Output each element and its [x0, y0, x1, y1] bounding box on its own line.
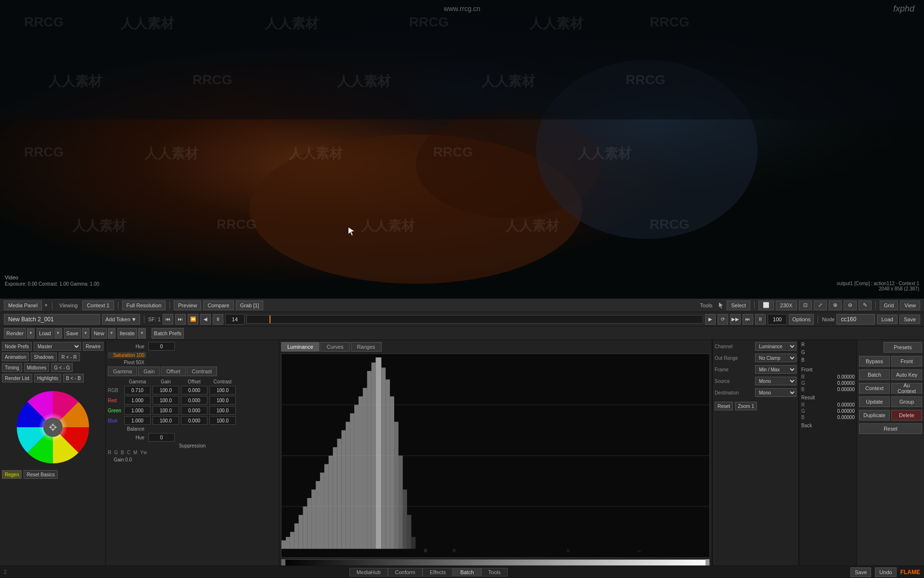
- context-button[interactable]: Context 1: [82, 301, 114, 310]
- new-arrow[interactable]: ▼: [108, 328, 116, 339]
- channel-dropdown[interactable]: Luminance: [755, 342, 796, 351]
- save-status-button[interactable]: Save: [850, 567, 871, 577]
- load-button[interactable]: Load: [877, 315, 897, 324]
- out-range-dropdown[interactable]: No Clamp: [755, 354, 796, 362]
- update-button[interactable]: Update: [859, 396, 890, 407]
- shadows-button[interactable]: Shadows: [31, 353, 56, 361]
- load-arrow[interactable]: ▼: [54, 328, 62, 339]
- end-button[interactable]: ⏭: [743, 314, 753, 325]
- iterate-arrow[interactable]: ▼: [138, 328, 146, 339]
- iterate-dropdown[interactable]: Iterate: [117, 328, 137, 339]
- add-token-button[interactable]: Add Token ▼: [102, 314, 140, 325]
- contrast-tab[interactable]: Contrast: [187, 367, 218, 376]
- rgb-contrast-input[interactable]: [209, 386, 236, 394]
- blue-offset-input[interactable]: [181, 416, 207, 425]
- grab-button[interactable]: Grab [1]: [236, 301, 264, 310]
- color-wheel[interactable]: [12, 386, 94, 468]
- batch-prefs-button[interactable]: Batch Prefs: [152, 328, 184, 339]
- load-dropdown[interactable]: Load: [37, 328, 53, 339]
- grid-button[interactable]: Grid: [880, 301, 898, 310]
- view-button[interactable]: View: [900, 301, 920, 310]
- au-context-button[interactable]: Au Context: [891, 383, 922, 394]
- new-dropdown[interactable]: New: [91, 328, 107, 339]
- duplicate-button[interactable]: Duplicate: [859, 410, 890, 420]
- curves-tab[interactable]: Curves: [321, 342, 350, 352]
- histogram-gradient-slider[interactable]: [281, 559, 710, 566]
- front-button[interactable]: Front: [891, 356, 922, 367]
- hue-value-input[interactable]: [148, 433, 175, 442]
- compare-button[interactable]: Compare: [203, 301, 233, 310]
- next-frame-button[interactable]: ▶▶: [730, 314, 741, 325]
- midtones-button[interactable]: Midtones: [24, 363, 50, 372]
- fullscreen-button[interactable]: ⤢: [814, 301, 827, 310]
- rewire-button[interactable]: Rewire: [83, 342, 103, 351]
- green-gamma-input[interactable]: [124, 406, 151, 415]
- node-prefs-button[interactable]: Node Prefs: [2, 342, 32, 351]
- render-arrow[interactable]: ▼: [27, 328, 35, 339]
- green-offset-input[interactable]: [181, 406, 207, 415]
- red-gamma-input[interactable]: [124, 396, 151, 405]
- select-button[interactable]: Select: [727, 301, 750, 310]
- batch-name-input[interactable]: [4, 314, 100, 325]
- node-input[interactable]: [836, 314, 875, 325]
- histogram-tab[interactable]: Luminance: [281, 342, 320, 352]
- rgb-gamma-input[interactable]: [124, 386, 151, 394]
- undo-button[interactable]: Undo: [875, 567, 896, 577]
- gamma-tab[interactable]: Gamma: [108, 367, 137, 376]
- bypass-button[interactable]: Bypass: [859, 356, 890, 367]
- render-dropdown[interactable]: Render: [4, 328, 26, 339]
- ranges-tab[interactable]: Ranges: [351, 342, 382, 352]
- save-arrow[interactable]: ▼: [82, 328, 90, 339]
- pause-button[interactable]: ⏸: [213, 314, 223, 325]
- offset-tab[interactable]: Offset: [161, 367, 185, 376]
- render-list-button[interactable]: Render List: [2, 374, 32, 382]
- media-panel-button[interactable]: Media Panel: [4, 301, 42, 310]
- save-button[interactable]: Save: [899, 315, 920, 324]
- zoom-button-hist[interactable]: Zoom 1: [735, 402, 757, 410]
- reset-basics-button[interactable]: Reset Basics: [24, 470, 57, 479]
- source-dropdown[interactable]: Mono: [755, 377, 796, 385]
- plus-button[interactable]: ⊕: [829, 301, 842, 310]
- presets-button[interactable]: Presets: [884, 342, 922, 353]
- prev-frame-button[interactable]: ⏪: [188, 314, 198, 325]
- mediahub-tab[interactable]: MediaHub: [349, 568, 388, 577]
- timing-button[interactable]: Timing: [2, 363, 22, 372]
- step-back-button[interactable]: ◀: [200, 314, 211, 325]
- tools-tab[interactable]: Tools: [481, 568, 508, 577]
- end-frame-input[interactable]: [768, 314, 787, 325]
- master-dropdown[interactable]: Master: [34, 342, 81, 351]
- g-less-g-button[interactable]: G < - G: [51, 363, 73, 372]
- context-button-action[interactable]: Context: [859, 383, 890, 394]
- full-resolution-button[interactable]: Full Resolution: [122, 301, 166, 310]
- viewer-frame-button[interactable]: ⬜: [758, 301, 774, 310]
- reset-action-button[interactable]: Reset: [859, 423, 922, 434]
- save-dropdown[interactable]: Save: [64, 328, 81, 339]
- frame-input[interactable]: [225, 314, 244, 325]
- green-contrast-input[interactable]: [209, 406, 236, 415]
- conform-tab[interactable]: Conform: [388, 568, 423, 577]
- green-gain-input[interactable]: [153, 406, 179, 415]
- red-offset-input[interactable]: [181, 396, 207, 405]
- auto-key-button[interactable]: Auto Key: [891, 369, 922, 380]
- options-button[interactable]: Options: [789, 314, 814, 325]
- rgb-gain-input[interactable]: [153, 386, 179, 394]
- fit-button[interactable]: ⊡: [799, 301, 812, 310]
- blue-gamma-input[interactable]: [124, 416, 151, 425]
- animation-button[interactable]: Animation: [2, 353, 29, 361]
- pencil-button[interactable]: ✎: [859, 301, 872, 310]
- highlights-button[interactable]: Highlights: [34, 374, 61, 382]
- gain-tab[interactable]: Gain: [138, 367, 160, 376]
- b-less-b-button[interactable]: B < - B: [63, 374, 84, 382]
- red-contrast-input[interactable]: [209, 396, 236, 405]
- batch-button[interactable]: Batch: [859, 369, 890, 380]
- destination-dropdown[interactable]: Mono: [755, 388, 796, 397]
- loop-button[interactable]: ⟳: [718, 314, 728, 325]
- r-less-r-button[interactable]: R < - R: [59, 353, 80, 361]
- reset-button[interactable]: Reset: [715, 402, 733, 410]
- prev-end-button[interactable]: ⏭: [175, 314, 186, 325]
- batch-tab[interactable]: Batch: [453, 568, 481, 577]
- minus-button[interactable]: ⊖: [844, 301, 857, 310]
- delete-button[interactable]: Delete: [891, 410, 922, 420]
- red-gain-input[interactable]: [153, 396, 179, 405]
- group-button[interactable]: Group: [891, 396, 922, 407]
